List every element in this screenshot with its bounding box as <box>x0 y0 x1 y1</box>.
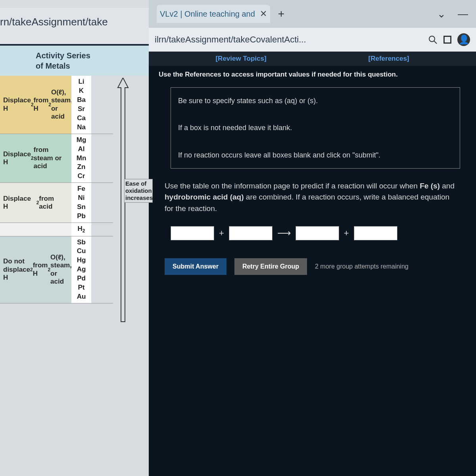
equation-input-row: + ⟶ + <box>149 222 476 252</box>
reactant-input-2[interactable] <box>229 226 273 240</box>
table-row: Displace H2 from acid FeNiSnPb <box>0 183 113 223</box>
group-label-3: Displace H2 from acid <box>0 183 71 223</box>
reactant-2: hydrobromic acid (aq) <box>165 193 244 201</box>
tab-title: VLv2 | Online teaching and <box>160 10 255 19</box>
search-icon[interactable] <box>428 35 438 44</box>
url-text: ilrn/takeAssignment/takeCovalentActi... <box>155 35 422 45</box>
right-browser-panel: VLv2 | Online teaching and ✕ + ⌄ — ilrn/… <box>149 0 476 476</box>
minimize-icon[interactable]: — <box>458 8 468 20</box>
assignment-content: [Review Topics] [References] Use the Ref… <box>149 52 476 476</box>
retry-group-button[interactable]: Retry Entire Group <box>234 258 307 275</box>
metals-list-4: H2 <box>71 223 91 236</box>
table-row: Displace H2 from steam or acid MgAlMnZnC… <box>0 134 113 183</box>
hint-line-3: If no reaction occurs leave all boxes bl… <box>178 148 453 162</box>
browser-tab[interactable]: VLv2 | Online teaching and ✕ <box>157 5 270 23</box>
question-text: Use the table on the information page to… <box>149 177 476 223</box>
stop-icon[interactable] <box>443 36 451 44</box>
hint-line-2: If a box is not needed leave it blank. <box>178 121 453 134</box>
reference-links-bar: [Review Topics] [References] <box>149 52 476 66</box>
plus-symbol: + <box>344 228 349 238</box>
window-controls: ⌄ — <box>437 8 468 20</box>
group-label-5: Do not displace H2 from H2O(ℓ), steam, o… <box>0 236 71 303</box>
instruction-text: Use the References to access important v… <box>149 66 476 83</box>
reactant-input-1[interactable] <box>171 226 214 240</box>
product-input-1[interactable] <box>296 226 339 240</box>
oxidation-arrow-column: Ease of oxidation increases <box>113 76 149 303</box>
review-topics-link[interactable]: [Review Topics] <box>215 55 266 63</box>
question-pre: Use the table on the information page to… <box>165 182 420 190</box>
attempts-remaining: 2 more group attempts remaining <box>315 263 409 270</box>
url-fragment-left: rn/takeAssignment/take <box>0 8 149 46</box>
submit-answer-button[interactable]: Submit Answer <box>165 258 226 275</box>
title-line-1: Activity Series <box>36 51 90 60</box>
chevron-down-icon[interactable]: ⌄ <box>437 8 446 20</box>
product-input-2[interactable] <box>354 226 397 240</box>
references-link[interactable]: [References] <box>369 55 409 63</box>
question-mid: and <box>442 182 455 190</box>
table-row: H2 <box>0 223 113 236</box>
group-label-1: Displace H2 from H2O(ℓ), steam, or acid <box>0 76 71 134</box>
activity-series-title: Activity Series of Metals <box>0 46 149 76</box>
svg-line-2 <box>434 41 437 44</box>
hint-line-1: Be sure to specify states such as (aq) o… <box>178 94 453 107</box>
profile-icon[interactable]: 👤 <box>457 33 470 46</box>
left-reference-panel: rn/takeAssignment/take Activity Series o… <box>0 0 149 476</box>
title-line-2: of Metals <box>36 61 70 70</box>
metals-list-1: LiKBaSrCaNa <box>71 76 91 134</box>
metals-list-3: FeNiSnPb <box>71 183 91 223</box>
browser-tab-bar: VLv2 | Online teaching and ✕ + ⌄ — <box>149 0 476 28</box>
group-label-4 <box>0 223 71 236</box>
address-bar[interactable]: ilrn/takeAssignment/takeCovalentActi... … <box>149 28 476 52</box>
hint-box: Be sure to specify states such as (aq) o… <box>171 87 460 169</box>
reaction-arrow-icon: ⟶ <box>277 228 291 239</box>
table-row: Displace H2 from H2O(ℓ), steam, or acid … <box>0 76 113 134</box>
activity-series-table: Displace H2 from H2O(ℓ), steam, or acid … <box>0 76 149 303</box>
svg-point-1 <box>429 36 435 42</box>
arrow-label: Ease of oxidation increases <box>124 179 153 203</box>
action-button-row: Submit Answer Retry Entire Group 2 more … <box>149 252 476 281</box>
table-row: Do not displace H2 from H2O(ℓ), steam, o… <box>0 236 113 304</box>
group-label-2: Displace H2 from steam or acid <box>0 134 71 183</box>
groups-column: Displace H2 from H2O(ℓ), steam, or acid … <box>0 76 113 303</box>
plus-symbol: + <box>219 228 224 238</box>
metals-list-2: MgAlMnZnCr <box>71 134 91 183</box>
new-tab-button[interactable]: + <box>278 8 284 20</box>
metals-list-5: SbCuHgAgPdPtAu <box>71 236 91 303</box>
close-icon[interactable]: ✕ <box>260 9 267 19</box>
reactant-1: Fe (s) <box>420 182 440 190</box>
